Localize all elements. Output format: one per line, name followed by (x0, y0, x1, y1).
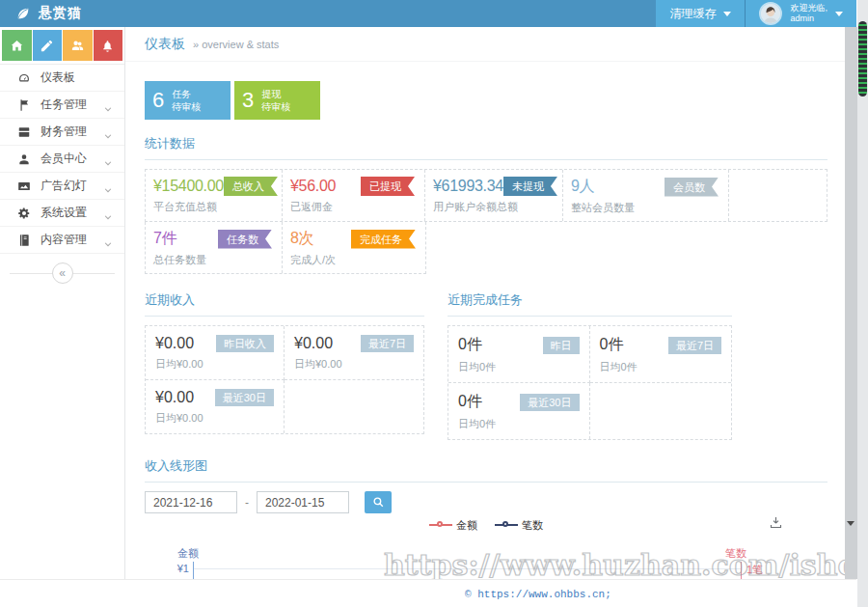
pencil-icon (40, 39, 54, 53)
logo[interactable]: 悬赏猫 (0, 5, 125, 22)
period-badge: 最近7日 (668, 337, 721, 354)
outer-vertical-scrollbar[interactable] (857, 0, 868, 607)
chart-section-title: 收入线形图 (145, 457, 827, 475)
left-axis-line (193, 562, 194, 579)
income-card-30days: ¥0.00 最近30日 日均¥0.00 (146, 380, 285, 433)
top-header: 悬赏猫 清理缓存 欢迎光临, admin (0, 0, 856, 27)
caret-down-icon (723, 12, 731, 16)
tasks-card-30days: 0件 最近30日 日均0件 (448, 383, 590, 439)
sidebar-item-content[interactable]: 内容管理 (0, 227, 124, 254)
scroll-down-arrow[interactable] (847, 521, 854, 526)
chevron-down-icon (103, 181, 113, 191)
clear-cache-button[interactable]: 清理缓存 (656, 0, 746, 27)
sidebar-item-settings[interactable]: 系统设置 (0, 200, 124, 227)
page-title: 仪表板 (145, 36, 185, 53)
sidebar: 仪表板 任务管理 财务管理 会员中心 广告幻灯 (0, 27, 125, 579)
stat-card-unwithdrawn: ¥61993.34 未提现 用户账户余额总额 (425, 170, 563, 221)
date-to-input[interactable] (257, 491, 349, 513)
flag-icon (17, 98, 31, 112)
sidebar-item-ads[interactable]: 广告幻灯 (0, 173, 124, 200)
bell-icon (100, 39, 115, 53)
status-badge: 未提现 (503, 177, 557, 196)
recent-income-panel: 近期收入 ¥0.00 昨日收入 日均¥0.00 ¥0.00 (145, 291, 424, 440)
stat-card-members: 9人 会员数 整站会员数量 (563, 170, 729, 221)
admin-dashboard: 悬赏猫 清理缓存 欢迎光临, admin (0, 0, 868, 607)
scrollbar-thumb[interactable] (858, 21, 867, 97)
sidebar-collapse-row: « (0, 258, 124, 290)
breadcrumb-trail: » overview & stats (193, 39, 279, 50)
date-separator: - (245, 496, 249, 510)
recent-tasks-grid: 0件 昨日 日均0件 0件 最近7日 日均0件 (448, 325, 732, 440)
app-title: 悬赏猫 (39, 5, 82, 22)
avatar (759, 2, 782, 25)
stats-grid-row2: 7件 任务数 总任务数量 8次 完成任务 完成人/次 (145, 222, 426, 274)
drawer-icon (17, 125, 31, 139)
status-badge: 任务数 (218, 230, 272, 249)
search-button[interactable] (365, 491, 392, 513)
left-axis-tick: ¥1 (177, 563, 189, 574)
tasks-card-7days: 0件 最近7日 日均0件 (590, 326, 732, 383)
status-badge: 总收入 (224, 177, 278, 196)
legend-item-count[interactable]: 笔数 (495, 518, 543, 533)
line-marker-icon (495, 521, 518, 529)
speedometer-icon (17, 71, 31, 85)
inner-vertical-scrollbar[interactable] (845, 27, 857, 579)
divider (145, 159, 827, 160)
leaf-icon (15, 6, 31, 21)
income-card-yesterday: ¥0.00 昨日收入 日均¥0.00 (146, 326, 285, 380)
user-menu[interactable]: 欢迎光临, admin (746, 0, 856, 27)
stats-section-title: 统计数据 (145, 135, 827, 152)
sidebar-item-members[interactable]: 会员中心 (0, 146, 124, 173)
sidebar-item-dashboard[interactable]: 仪表板 (0, 65, 124, 92)
date-from-input[interactable] (145, 491, 237, 513)
search-icon (372, 496, 385, 509)
tasks-card-empty (590, 383, 732, 439)
pending-withdraw-box[interactable]: 3 提现待审核 (234, 81, 320, 120)
footer-link[interactable]: © https://www.ohbbs.cn; (465, 589, 611, 600)
period-badge: 最近30日 (520, 394, 579, 411)
stat-card-total-income: ¥15400.00 总收入 平台充值总额 (146, 170, 283, 221)
home-shortcut-button[interactable] (2, 30, 32, 61)
income-card-empty (285, 380, 423, 433)
line-marker-icon (429, 521, 452, 529)
income-card-7days: ¥0.00 最近7日 日均¥0.00 (285, 326, 423, 380)
notifications-shortcut-button[interactable] (94, 30, 123, 61)
recent-income-title: 近期收入 (145, 291, 424, 309)
chevron-down-icon (103, 208, 113, 218)
left-axis-title: 金额 (177, 546, 199, 561)
divider (145, 316, 424, 317)
breadcrumb: 仪表板 » overview & stats (125, 27, 845, 62)
caret-down-icon (835, 12, 843, 16)
status-badge: 完成任务 (351, 230, 416, 249)
tasks-card-yesterday: 0件 昨日 日均0件 (448, 326, 590, 383)
download-icon[interactable] (769, 515, 783, 530)
main-panel: 仪表板 » overview & stats 6 任务待审核 3 提现待审核 (125, 27, 845, 579)
recent-tasks-panel: 近期完成任务 0件 昨日 日均0件 0件 (448, 291, 732, 440)
users-icon (70, 39, 85, 53)
book-icon (17, 234, 31, 247)
sidebar-item-tasks[interactable]: 任务管理 (0, 92, 124, 119)
line-chart: 金额 笔数 ¥1 ¥0.8 1笔 0.8笔 https://www.huzhan… (145, 544, 827, 579)
period-badge: 最近30日 (215, 389, 274, 406)
status-badge: 已提现 (361, 177, 415, 196)
sidebar-shortcuts (0, 27, 124, 65)
home-icon (10, 39, 24, 53)
chevron-down-icon (103, 235, 113, 245)
stat-card-withdrawn: ¥56.00 已提现 已返佣金 (283, 170, 425, 221)
users-shortcut-button[interactable] (63, 30, 93, 61)
divider (448, 316, 732, 317)
chevron-down-icon (103, 127, 113, 137)
stat-card-task-count: 7件 任务数 总任务数量 (146, 222, 283, 273)
period-badge: 昨日 (543, 337, 580, 354)
recent-income-grid: ¥0.00 昨日收入 日均¥0.00 ¥0.00 最近7日 日均¥0.00 (145, 325, 424, 434)
user-icon (17, 152, 31, 166)
edit-shortcut-button[interactable] (33, 30, 63, 61)
gear-icon (17, 207, 31, 220)
legend-item-amount[interactable]: 金额 (429, 518, 477, 533)
sidebar-item-finance[interactable]: 财务管理 (0, 119, 124, 146)
stats-grid: ¥15400.00 总收入 平台充值总额 ¥56.00 已提现 已返佣金 ¥61… (145, 169, 827, 222)
welcome-text: 欢迎光临, admin (790, 3, 827, 24)
chevron-down-icon (103, 154, 113, 164)
pending-tasks-box[interactable]: 6 任务待审核 (145, 81, 231, 120)
sidebar-collapse-button[interactable]: « (52, 262, 73, 284)
